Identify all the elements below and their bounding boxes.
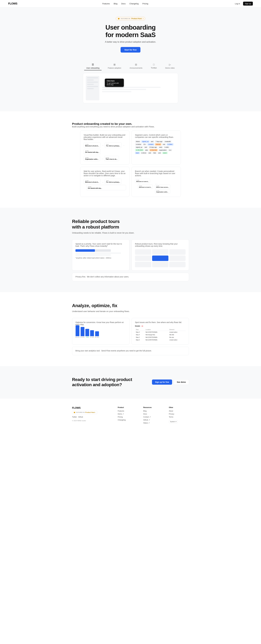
issue-el-4: create-button bbox=[169, 339, 186, 341]
issue-step-3: Step 2 bbox=[135, 336, 145, 339]
footer-link-about[interactable]: About bbox=[169, 410, 189, 412]
footer-twitter[interactable]: Twitter bbox=[72, 416, 77, 418]
footer-link-status[interactable]: Status ↗ bbox=[143, 422, 163, 424]
footer-link-blog[interactable]: Blog bbox=[143, 410, 163, 412]
cta-demo-button[interactable]: See demo bbox=[174, 379, 189, 385]
contact-arrow-icon: ↗ bbox=[149, 416, 151, 418]
sidebar-line-1 bbox=[87, 77, 98, 78]
nav-blog[interactable]: Blog bbox=[114, 2, 117, 5]
issues-badge: ⚠ bbox=[141, 325, 144, 327]
bar-4-label: 52.46% bbox=[90, 336, 94, 338]
feature-card-branch: Branch out when needed. Create personali… bbox=[132, 167, 181, 197]
nav-docs[interactable]: Docs bbox=[121, 2, 126, 5]
footer-link-github[interactable]: Github ↗ bbox=[143, 419, 163, 421]
analyze-full-card: Bring your own analytics tool. Send Flow… bbox=[72, 347, 189, 355]
hero-headline: User onboarding for modern SaaS bbox=[3, 24, 258, 38]
github-arrow-icon: ↗ bbox=[149, 419, 150, 421]
footer-link-pricing[interactable]: Pricing bbox=[118, 416, 138, 418]
platform-inner: Reliable product tours with a robust pla… bbox=[72, 218, 189, 281]
footer-social: Twitter Github bbox=[72, 416, 112, 418]
col-location: Location bbox=[145, 328, 169, 331]
seg-tag-isbefore: is before bbox=[135, 143, 142, 146]
login-button[interactable]: Log in bbox=[233, 2, 242, 6]
seg-tag-and3: and bbox=[148, 152, 152, 154]
footer-link-privacy[interactable]: Privacy bbox=[169, 413, 189, 415]
feature-card-wait: Wait for user actions. Real world isn't … bbox=[80, 167, 129, 197]
cta-signup-button[interactable]: Sign up for free bbox=[152, 380, 172, 385]
tab-announcements-label: Announcements bbox=[130, 67, 142, 69]
col-step: Step bbox=[135, 328, 145, 331]
video-icon: ▷ bbox=[169, 63, 171, 66]
hero-headline-line2: for modern SaaS bbox=[105, 31, 155, 38]
bar-1-label: 89.12% bbox=[75, 336, 80, 338]
bar-1: 89.12% bbox=[75, 325, 80, 338]
footer-inner: FLOWS 🐱 FEATURED ON Product Hunt › Twitt… bbox=[72, 406, 189, 425]
nav-changelog[interactable]: Changelog bbox=[129, 2, 139, 5]
ph-featured-text: FEATURED ON bbox=[121, 18, 130, 19]
platform-section: Reliable product tours with a robust pla… bbox=[0, 208, 261, 292]
branch-root-row: Tooltip Welcome to Acme b... bbox=[135, 179, 150, 183]
seg-tag-signedup: signed_up bbox=[141, 140, 149, 143]
tooltip-body: To get started with Acme App bbox=[107, 82, 119, 86]
nav-links: Features Blog Docs Changelog Pricing bbox=[102, 2, 148, 5]
footer-link-docs[interactable]: Docs bbox=[143, 413, 163, 415]
footer-github[interactable]: Github bbox=[78, 416, 83, 418]
seg-tag-admin: Admin bbox=[135, 140, 141, 143]
tooltips-icon: □ bbox=[153, 63, 155, 66]
seg-tag-date: 13-08-2024 bbox=[135, 149, 144, 151]
features-subtitle: Build anything and everything you need t… bbox=[72, 126, 189, 128]
features-headline: Product onboarding created to be your ow… bbox=[72, 122, 189, 126]
footer-logo: FLOWS bbox=[72, 406, 112, 409]
robust-block-4 bbox=[135, 256, 151, 261]
tab-demo-video-label: Demo video bbox=[165, 67, 175, 69]
system-selector[interactable]: System ▾ bbox=[169, 420, 178, 423]
tab-feature-adoption[interactable]: ⊞ Feature adoption bbox=[106, 62, 123, 70]
footer-product-heading: Product bbox=[118, 406, 138, 408]
signup-button[interactable]: Sign up bbox=[243, 2, 253, 6]
flow-node-3: Tooltip Get started with dep... bbox=[84, 149, 101, 154]
footer-link-terms[interactable]: Terms bbox=[169, 416, 189, 418]
robust-block-3 bbox=[169, 249, 186, 255]
footer-ph-badge[interactable]: 🐱 FEATURED ON Product Hunt › bbox=[72, 411, 97, 414]
branch-split: Tooltip Welcome to Acme b... Tooltip Edi… bbox=[138, 184, 170, 194]
seg-tag-and1: and bbox=[150, 140, 154, 143]
footer-link-demo[interactable]: Demo ↗ bbox=[118, 413, 138, 415]
content-line-3 bbox=[102, 91, 131, 92]
wait-arrow-1: → bbox=[102, 182, 104, 184]
analyze-wrapper: Analyze, optimize, fix Understand user b… bbox=[0, 292, 261, 366]
branch-line-left bbox=[138, 184, 140, 184]
privacy-title: Privacy first. We don't collect any info… bbox=[75, 276, 186, 278]
tab-announcements[interactable]: ⊟ Announcements bbox=[128, 62, 145, 70]
footer-link-contact[interactable]: Contact ↗ bbox=[143, 416, 163, 418]
demo-preview: Click here To get started with Acme App bbox=[83, 73, 178, 103]
footer-link-changelog[interactable]: Changelog bbox=[118, 419, 138, 421]
tab-demo-video[interactable]: ▷ Demo video bbox=[163, 62, 177, 70]
conversion-chart: 89.12% 84.35% +45% 52.46% bbox=[75, 327, 126, 338]
nav-logo[interactable]: FLOWS bbox=[8, 2, 17, 5]
start-free-button[interactable]: Start for free bbox=[121, 47, 140, 52]
demo-tabs: ☰ User onboarding ⊞ Feature adoption ⊟ A… bbox=[8, 62, 253, 70]
bar-3: +45% bbox=[85, 329, 89, 338]
tab-user-onboarding[interactable]: ☰ User onboarding bbox=[84, 62, 102, 70]
bar-2: 84.35% bbox=[81, 327, 85, 338]
nav-pricing[interactable]: Pricing bbox=[142, 2, 148, 5]
analyze-subtitle: Understand user behavior and iterate on … bbox=[72, 310, 189, 312]
seg-tag-owner: owner bbox=[162, 152, 168, 154]
cta-actions: Sign up for free See demo bbox=[152, 379, 189, 385]
issue-loc-1: file/1234570349d9c bbox=[145, 331, 169, 334]
wait-visual: Tooltip Welcome to Acme b... → Wait For … bbox=[84, 179, 126, 190]
product-hunt-badge[interactable]: 🐱 FEATURED ON Product Hunt › bbox=[116, 17, 145, 20]
flow-arrow-3: → bbox=[101, 158, 103, 160]
tab-tooltips[interactable]: □ Tooltips bbox=[149, 62, 159, 70]
table-row: Step 5 file/1234570349d9c create-button bbox=[135, 339, 186, 341]
sidebar-line-3 bbox=[87, 82, 98, 83]
robust-block-8 bbox=[169, 262, 186, 267]
ph-icon: 🐱 bbox=[118, 18, 120, 20]
ph-name: Product Hunt bbox=[131, 18, 142, 20]
footer-link-features[interactable]: Features bbox=[118, 410, 138, 412]
nav-features[interactable]: Features bbox=[102, 2, 110, 5]
bar-4-fill bbox=[90, 330, 94, 336]
branch-node-org: Tooltip Organization settin... bbox=[155, 189, 170, 194]
demo-sidebar bbox=[86, 76, 99, 100]
cta-headline: Ready to start driving product activatio… bbox=[72, 377, 132, 388]
